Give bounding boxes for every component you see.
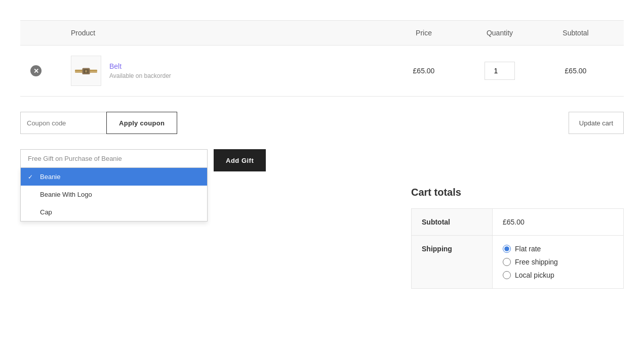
gift-section: Free Gift on Purchase of Beanie ✓ Beanie… <box>20 149 624 171</box>
gift-option-cap[interactable]: Cap <box>21 203 207 221</box>
product-name-link[interactable]: Belt <box>109 62 122 70</box>
gift-option-beanie[interactable]: ✓ Beanie <box>21 168 207 186</box>
apply-coupon-button[interactable]: Apply coupon <box>106 112 177 134</box>
subtotal-label: Subtotal <box>412 209 493 235</box>
product-cell: Belt Available on backorder <box>71 56 386 86</box>
add-gift-button[interactable]: Add Gift <box>214 149 266 171</box>
product-image <box>71 56 101 86</box>
coupon-input[interactable] <box>20 112 106 134</box>
flat-rate-label[interactable]: Flat rate <box>515 245 541 253</box>
svg-point-5 <box>86 70 87 72</box>
subtotal-value: £65.00 <box>493 209 623 235</box>
subtotal-row: Subtotal £65.00 <box>412 209 623 236</box>
gift-option-beanie-with-logo[interactable]: Beanie With Logo <box>21 186 207 203</box>
header-subtotal: Subtotal <box>538 29 614 37</box>
shipping-radio-free-shipping[interactable] <box>503 258 511 266</box>
totals-table: Subtotal £65.00 Shipping Flat rate <box>411 208 624 289</box>
shipping-row: Shipping Flat rate Free shipping <box>412 236 623 288</box>
remove-item-button[interactable]: ✕ <box>30 65 71 76</box>
product-price: £65.00 <box>386 67 462 75</box>
header-quantity: Quantity <box>462 29 538 37</box>
gift-dropdown-container: Free Gift on Purchase of Beanie ✓ Beanie… <box>20 149 208 168</box>
update-cart-button[interactable]: Update cart <box>569 112 624 134</box>
quantity-input[interactable] <box>485 62 515 80</box>
shipping-option-local-pickup[interactable]: Local pickup <box>503 271 613 279</box>
local-pickup-label[interactable]: Local pickup <box>515 271 554 279</box>
checkmark-icon: ✓ <box>28 173 36 181</box>
table-row: ✕ Belt Available on backorder £65.00 <box>20 46 624 97</box>
coupon-section: Apply coupon Update cart <box>20 102 624 144</box>
gift-option-cap-label: Cap <box>40 208 52 216</box>
shipping-radio-local-pickup[interactable] <box>503 271 511 279</box>
product-image-svg <box>73 62 99 80</box>
product-subtotal: £65.00 <box>538 67 614 75</box>
shipping-option-flat-rate[interactable]: Flat rate <box>503 245 613 253</box>
product-status: Available on backorder <box>109 72 171 79</box>
shipping-option-free-shipping[interactable]: Free shipping <box>503 258 613 266</box>
cart-totals-title: Cart totals <box>411 187 624 198</box>
gift-option-beanie-with-logo-label: Beanie With Logo <box>40 191 92 198</box>
remove-icon[interactable]: ✕ <box>30 65 42 76</box>
gift-dropdown-menu: ✓ Beanie Beanie With Logo Cap <box>20 168 208 222</box>
gift-option-beanie-label: Beanie <box>40 173 60 181</box>
product-info: Belt Available on backorder <box>109 62 171 79</box>
gift-dropdown-header[interactable]: Free Gift on Purchase of Beanie <box>20 149 208 168</box>
shipping-radio-flat-rate[interactable] <box>503 245 511 253</box>
quantity-cell <box>462 62 538 80</box>
free-shipping-label[interactable]: Free shipping <box>515 258 558 266</box>
coupon-left: Apply coupon <box>20 112 177 134</box>
page-wrapper: Product Price Quantity Subtotal ✕ <box>0 0 644 309</box>
header-remove <box>30 29 71 37</box>
shipping-label: Shipping <box>412 236 493 288</box>
cart-totals: Cart totals Subtotal £65.00 Shipping Fla… <box>411 187 624 289</box>
header-price: Price <box>386 29 462 37</box>
shipping-options: Flat rate Free shipping Local pickup <box>503 245 613 279</box>
shipping-options-container: Flat rate Free shipping Local pickup <box>493 236 623 288</box>
cart-table-header: Product Price Quantity Subtotal <box>20 20 624 46</box>
header-product: Product <box>71 29 386 37</box>
